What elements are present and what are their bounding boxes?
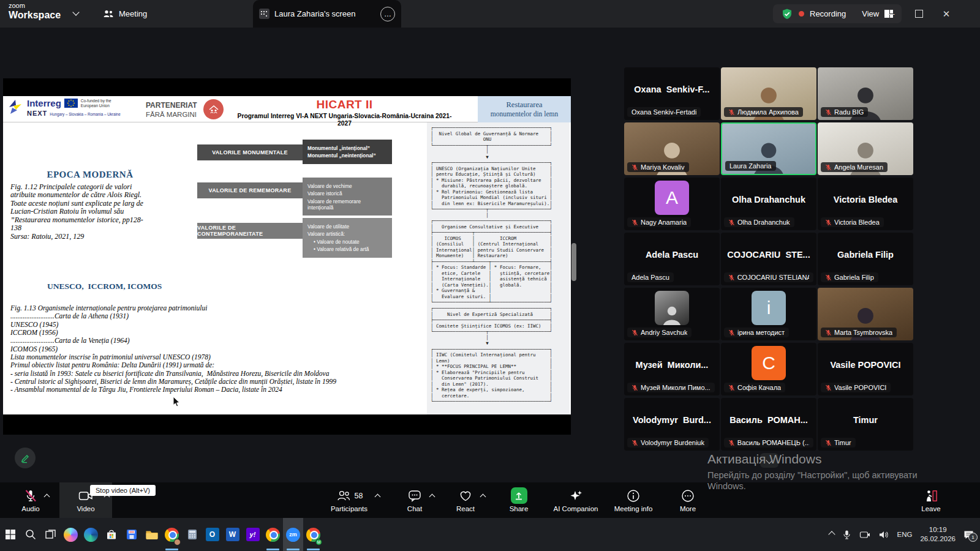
participant-name-tag: Mariya Kovaliv	[627, 162, 689, 172]
tab-shared-screen[interactable]: Laura Zaharia's screen …	[253, 0, 401, 28]
audio-options-chevron-icon[interactable]	[44, 494, 50, 500]
participant-name-tag: Victoria Bledea	[821, 217, 884, 227]
react-chevron-icon[interactable]	[480, 494, 486, 500]
stop-video-tooltip: Stop video (Alt+V)	[90, 485, 156, 496]
participant-tile[interactable]: Laura Zaharia	[721, 122, 816, 175]
participant-name-tag: COJOCARIU STELIANA	[724, 272, 813, 282]
participant-tile[interactable]: COJOCARIU STE...COJOCARIU STELIANA	[721, 233, 816, 285]
running-indicator	[287, 549, 300, 550]
taskbar-copilot-icon[interactable]	[61, 518, 81, 551]
participant-tile[interactable]: Olha DrahanchukOlha Drahanchuk	[721, 178, 816, 230]
shared-screen-area: Interreg Co-funded by the European Union…	[3, 78, 571, 435]
mic-muted-icon	[825, 164, 832, 171]
taskbar-task-view-icon[interactable]	[40, 518, 61, 551]
participant-display-name: Adela Pascu	[624, 250, 720, 260]
tab-options-ellipsis-icon[interactable]: …	[380, 7, 395, 21]
security-shield-icon[interactable]	[781, 8, 793, 20]
participant-tile[interactable]: Василь РОМАН...Василь РОМАНЕЦЬ (...	[721, 398, 816, 451]
participant-name-tag: Василь РОМАНЕЦЬ (...	[724, 438, 813, 448]
participant-tile[interactable]: Музей Миколи...Музей Миколи Пимо...	[624, 343, 720, 395]
participants-chevron-icon[interactable]	[375, 494, 381, 500]
scrollbar-thumb[interactable]	[571, 243, 576, 281]
taskbar-floppy-app-icon[interactable]	[121, 518, 141, 551]
tray-speaker-icon[interactable]	[878, 530, 889, 539]
participant-gallery: Oxana Senkiv-F...Oxana Senkiv-FertadiЛюд…	[624, 67, 914, 454]
participant-display-name: Timur	[818, 415, 913, 425]
participant-tile[interactable]: Adela PascuAdela Pascu	[624, 233, 720, 285]
participant-tile[interactable]: Oxana Senkiv-F...Oxana Senkiv-Fertadi	[624, 67, 720, 120]
participant-tile[interactable]: Victoria BledeaVictoria Bledea	[818, 178, 913, 230]
tray-chevron-icon[interactable]	[829, 532, 834, 537]
taskbar-chrome-icon[interactable]: M	[303, 518, 323, 551]
view-button-label[interactable]: View	[862, 9, 879, 18]
restore-button[interactable]	[906, 0, 932, 28]
chat-icon	[407, 489, 422, 503]
participant-tile[interactable]: Mariya Kovaliv	[624, 122, 720, 175]
running-indicator	[307, 549, 320, 550]
taskbar-file-explorer-icon[interactable]	[141, 518, 162, 551]
participant-tile[interactable]: Volodymyr Burd...Volodymyr Burdeniuk	[624, 398, 720, 451]
participant-tile[interactable]: TimurTimur	[818, 398, 913, 451]
annotate-button[interactable]	[15, 448, 36, 468]
participant-tile[interactable]: iірина методист	[721, 288, 816, 340]
participant-tile[interactable]: Людмила Архипова	[721, 67, 816, 120]
taskbar-edge-icon[interactable]	[81, 518, 101, 551]
notification-center-icon[interactable]: 1	[963, 530, 974, 539]
taskbar-outlook-icon[interactable]: O	[202, 518, 222, 551]
participant-tile[interactable]: Radu BIG	[818, 67, 913, 120]
taskbar-chrome-icon[interactable]	[162, 518, 182, 551]
mic-muted-icon	[825, 384, 832, 391]
tray-mic-icon[interactable]	[842, 530, 851, 540]
taskbar-start-button[interactable]	[0, 518, 20, 551]
eu-flag-icon	[64, 99, 78, 108]
chat-button[interactable]: Chat	[392, 482, 437, 518]
workspace-menu-chevron-icon[interactable]	[72, 9, 79, 15]
taskbar-microsoft-store-icon[interactable]	[101, 518, 121, 551]
screen-share-icon	[259, 9, 270, 19]
participant-display-name: Gabriela Filip	[818, 250, 913, 260]
tab-meeting-label: Meeting	[119, 9, 147, 18]
language-indicator[interactable]: ENG	[897, 531, 913, 538]
participants-button[interactable]: 58 Participants	[315, 482, 383, 518]
react-button[interactable]: React	[443, 482, 488, 518]
participant-tile[interactable]: ANagy Anamaria	[624, 178, 720, 230]
mic-muted-icon	[631, 329, 638, 336]
close-button[interactable]: ✕	[933, 0, 959, 28]
chat-chevron-icon[interactable]	[429, 494, 435, 500]
values-diagram-box: Valoare de vechimeValoare istoricăValoar…	[303, 178, 392, 216]
taskbar-word-icon[interactable]: W	[222, 518, 243, 551]
participant-name-tag: Marta Tsymbrovska	[821, 328, 897, 337]
ai-companion-button[interactable]: AI Companion	[548, 482, 603, 518]
participant-name-tag: Angela Muresan	[821, 162, 888, 172]
taskbar-search-icon[interactable]	[20, 518, 40, 551]
participant-tile[interactable]: Andriy Savchuk	[624, 288, 720, 340]
share-button[interactable]: Share	[499, 482, 538, 518]
participant-name-tag: Andriy Savchuk	[627, 328, 692, 337]
minimize-button[interactable]: ─	[878, 0, 904, 28]
participant-tile[interactable]: Angela Muresan	[818, 122, 913, 175]
participant-tile[interactable]: Gabriela FilipGabriela Filip	[818, 233, 913, 285]
tray-camera-icon[interactable]	[859, 530, 870, 539]
more-button[interactable]: More	[668, 482, 707, 518]
mic-muted-icon	[825, 219, 832, 226]
taskbar-chrome-icon[interactable]	[263, 518, 283, 551]
info-icon	[626, 489, 641, 503]
values-diagram-box: Monumentul „intențional”Monumentul „nein…	[303, 140, 392, 164]
interreg-logo: Interreg Co-funded by the European Union…	[8, 99, 121, 117]
audio-button[interactable]: Audio	[9, 482, 52, 518]
participant-tile[interactable]: CСофія Качала	[721, 343, 816, 395]
interreg-wordmark: Interreg	[27, 99, 61, 108]
meeting-info-button[interactable]: Meeting info	[606, 482, 660, 518]
taskbar-yahoo-icon[interactable]: y!	[243, 518, 263, 551]
participants-count: 58	[355, 492, 363, 500]
taskbar-calculator-icon[interactable]	[182, 518, 202, 551]
tab-meeting[interactable]: Meeting	[103, 0, 147, 28]
course-title-box: Restaurarea monumentelor din lemn	[478, 96, 571, 122]
taskbar-clock[interactable]: 10:1926.02.2026	[920, 525, 956, 544]
taskbar-zoom-app-icon[interactable]: zm	[283, 518, 303, 551]
participant-tile[interactable]: Marta Tsymbrovska	[818, 288, 913, 340]
participant-tile[interactable]: Vasile POPOVICIVasile POPOVICI	[818, 343, 913, 395]
participant-name-tag: Timur	[821, 438, 856, 448]
mouse-cursor	[173, 397, 181, 408]
values-diagram-box: Valoare de utilitateValoare artistică:• …	[303, 218, 392, 258]
